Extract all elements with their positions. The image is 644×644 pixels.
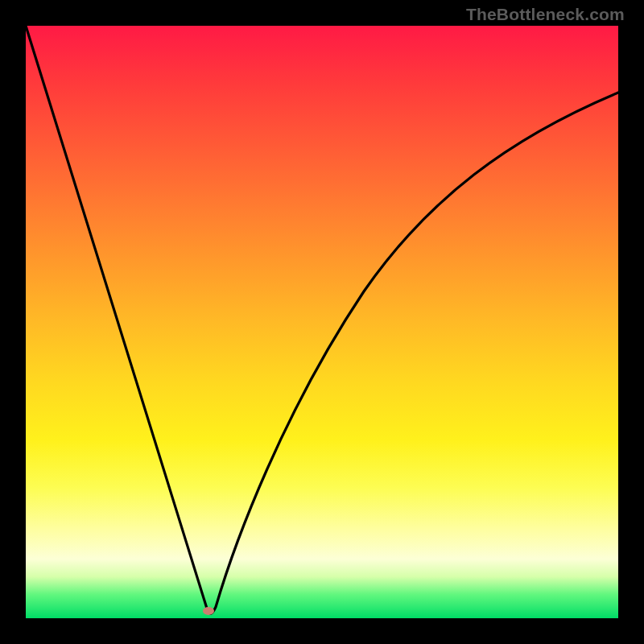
optimal-point-marker — [203, 607, 214, 615]
bottleneck-curve — [26, 26, 618, 618]
curve-path — [26, 26, 618, 613]
plot-area — [26, 26, 618, 618]
chart-frame: TheBottleneck.com — [0, 0, 644, 644]
watermark-label: TheBottleneck.com — [466, 5, 625, 24]
